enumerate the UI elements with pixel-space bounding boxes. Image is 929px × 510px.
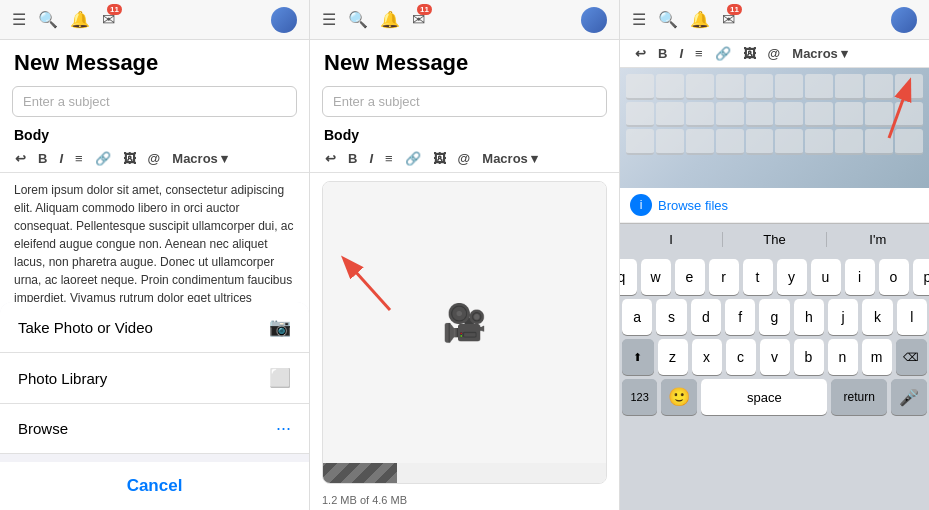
- predictive-word-1[interactable]: I: [620, 232, 723, 247]
- key-r[interactable]: r: [709, 259, 739, 295]
- return-key[interactable]: return: [831, 379, 887, 415]
- key-p[interactable]: p: [913, 259, 930, 295]
- avatar-3[interactable]: [891, 7, 917, 33]
- key-z[interactable]: z: [658, 339, 688, 375]
- mail-badge-wrapper: ✉ 11: [102, 10, 115, 29]
- key-u[interactable]: u: [811, 259, 841, 295]
- key-x[interactable]: x: [692, 339, 722, 375]
- macros-btn-1[interactable]: Macros ▾: [169, 149, 231, 168]
- body-label-1: Body: [0, 123, 309, 145]
- topbar-1: ☰ 🔍 🔔 ✉ 11: [0, 0, 309, 40]
- key-f[interactable]: f: [725, 299, 755, 335]
- italic-btn-3[interactable]: I: [676, 44, 686, 63]
- undo-btn-3[interactable]: ↩: [632, 44, 649, 63]
- mail-badge-wrapper-3: ✉ 11: [722, 10, 735, 29]
- action-take-photo[interactable]: Take Photo or Video 📷: [0, 302, 309, 353]
- link-btn-1[interactable]: 🔗: [92, 149, 114, 168]
- virtual-keyboard: q w e r t y u i o p a s d f g h j k l ⬆ …: [620, 255, 929, 510]
- hamburger-icon[interactable]: ☰: [12, 10, 26, 29]
- key-e[interactable]: e: [675, 259, 705, 295]
- delete-key[interactable]: ⌫: [896, 339, 928, 375]
- page-title-2: New Message: [310, 40, 619, 80]
- keyboard-row-4: 123 🙂 space return 🎤: [622, 379, 927, 415]
- video-placeholder: 🎥: [323, 182, 606, 463]
- image-btn-1[interactable]: 🖼: [120, 149, 139, 168]
- key-k[interactable]: k: [862, 299, 892, 335]
- camera-icon: 📷: [269, 316, 291, 338]
- red-arrow-p3: [849, 68, 929, 148]
- link-btn-3[interactable]: 🔗: [712, 44, 734, 63]
- key-y[interactable]: y: [777, 259, 807, 295]
- search-icon-3[interactable]: 🔍: [658, 10, 678, 29]
- action-browse[interactable]: Browse ···: [0, 404, 309, 454]
- at-btn-3[interactable]: @: [765, 44, 784, 63]
- at-btn-2[interactable]: @: [455, 149, 474, 168]
- action-sheet-1: Take Photo or Video 📷 Photo Library ⬜ Br…: [0, 302, 309, 510]
- key-i[interactable]: i: [845, 259, 875, 295]
- search-icon[interactable]: 🔍: [38, 10, 58, 29]
- progress-label: 1.2 MB of 4.6 MB: [310, 492, 619, 510]
- key-q[interactable]: q: [620, 259, 637, 295]
- predictive-bar: I The I'm: [620, 223, 929, 255]
- macros-btn-2[interactable]: Macros ▾: [479, 149, 541, 168]
- key-j[interactable]: j: [828, 299, 858, 335]
- key-n[interactable]: n: [828, 339, 858, 375]
- shift-key[interactable]: ⬆: [622, 339, 654, 375]
- cancel-button-1[interactable]: Cancel: [0, 462, 309, 510]
- key-s[interactable]: s: [656, 299, 686, 335]
- hamburger-icon-3[interactable]: ☰: [632, 10, 646, 29]
- topbar-3: ☰ 🔍 🔔 ✉ 11: [620, 0, 929, 40]
- image-btn-3[interactable]: 🖼: [740, 44, 759, 63]
- video-icon: 🎥: [442, 302, 487, 344]
- key-l[interactable]: l: [897, 299, 927, 335]
- panel-3: ☰ 🔍 🔔 ✉ 11 ↩ B I ≡ 🔗 🖼 @ Macros ▾: [620, 0, 929, 510]
- avatar-1[interactable]: [271, 7, 297, 33]
- bell-icon[interactable]: 🔔: [70, 10, 90, 29]
- key-c[interactable]: c: [726, 339, 756, 375]
- key-g[interactable]: g: [759, 299, 789, 335]
- topbar-left-icons-3: ☰ 🔍 🔔 ✉ 11: [632, 10, 735, 29]
- mic-icon[interactable]: 🎤: [891, 379, 927, 415]
- take-photo-label: Take Photo or Video: [18, 319, 153, 336]
- predictive-word-2[interactable]: The: [723, 232, 826, 247]
- avatar-2[interactable]: [581, 7, 607, 33]
- search-icon-2[interactable]: 🔍: [348, 10, 368, 29]
- num-key[interactable]: 123: [622, 379, 657, 415]
- subject-input-2[interactable]: Enter a subject: [322, 86, 607, 117]
- subject-input-1[interactable]: Enter a subject: [12, 86, 297, 117]
- undo-btn-1[interactable]: ↩: [12, 149, 29, 168]
- key-t[interactable]: t: [743, 259, 773, 295]
- hamburger-icon-2[interactable]: ☰: [322, 10, 336, 29]
- panel-1: ☰ 🔍 🔔 ✉ 11 New Message Enter a subject B…: [0, 0, 310, 510]
- browse-files-row[interactable]: i Browse files: [620, 188, 929, 223]
- key-o[interactable]: o: [879, 259, 909, 295]
- bell-icon-2[interactable]: 🔔: [380, 10, 400, 29]
- list-btn-2[interactable]: ≡: [382, 149, 396, 168]
- key-m[interactable]: m: [862, 339, 892, 375]
- bold-btn-3[interactable]: B: [655, 44, 670, 63]
- list-btn-3[interactable]: ≡: [692, 44, 706, 63]
- macros-btn-3[interactable]: Macros ▾: [789, 44, 851, 63]
- keyboard-photo: [620, 68, 929, 188]
- image-btn-2[interactable]: 🖼: [430, 149, 449, 168]
- browse-files-label: Browse files: [658, 198, 728, 213]
- key-b[interactable]: b: [794, 339, 824, 375]
- emoji-icon[interactable]: 🙂: [661, 379, 697, 415]
- italic-btn-2[interactable]: I: [366, 149, 376, 168]
- bell-icon-3[interactable]: 🔔: [690, 10, 710, 29]
- key-v[interactable]: v: [760, 339, 790, 375]
- key-d[interactable]: d: [691, 299, 721, 335]
- action-photo-library[interactable]: Photo Library ⬜: [0, 353, 309, 404]
- at-btn-1[interactable]: @: [145, 149, 164, 168]
- key-a[interactable]: a: [622, 299, 652, 335]
- list-btn-1[interactable]: ≡: [72, 149, 86, 168]
- undo-btn-2[interactable]: ↩: [322, 149, 339, 168]
- link-btn-2[interactable]: 🔗: [402, 149, 424, 168]
- predictive-word-3[interactable]: I'm: [827, 232, 929, 247]
- key-h[interactable]: h: [794, 299, 824, 335]
- bold-btn-1[interactable]: B: [35, 149, 50, 168]
- bold-btn-2[interactable]: B: [345, 149, 360, 168]
- italic-btn-1[interactable]: I: [56, 149, 66, 168]
- space-key[interactable]: space: [701, 379, 827, 415]
- key-w[interactable]: w: [641, 259, 671, 295]
